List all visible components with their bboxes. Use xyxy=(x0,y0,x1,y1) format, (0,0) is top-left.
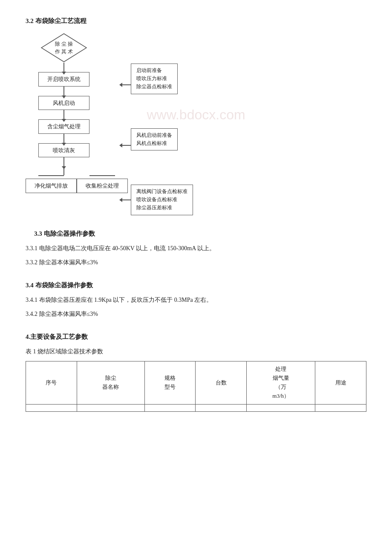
cell-seqno xyxy=(26,404,77,411)
arrow-left-2 xyxy=(119,143,122,147)
section34: 3.4 布袋除尘器操作参数 3.4.1 布袋除尘器压差应在 1.9Kpa 以下，… xyxy=(26,280,366,319)
diamond-line1: 除 尘 操 xyxy=(55,41,73,47)
flowchart-main: 除 尘 操 作 其 术 开启喷吹系统 风机启动 含尘烟气处理 xyxy=(26,33,102,193)
flowchart-node-purify: 净化烟气排放 xyxy=(26,179,77,193)
section33: 3.3 电除尘器操作参数 3.3.1 电除尘器电场二次电压应在 40-50KV … xyxy=(26,228,366,268)
section34-title: 3.4 布袋除尘器操作参数 xyxy=(26,280,366,291)
sidenote-box-2: 风机启动前准备 风机点检标准 xyxy=(131,128,178,150)
col-header-count: 台数 xyxy=(196,361,247,404)
sidenote-3: 离线阀门设备点检标准 喷吹设备点检标准 除尘器压差标准 xyxy=(119,185,193,215)
section33-title: 3.3 电除尘器操作参数 xyxy=(26,228,366,240)
sidenote-1: 启动前准备 喷吹压力标准 除尘器点检标准 xyxy=(119,64,193,106)
diamond-line2: 作 其 术 xyxy=(55,49,73,55)
arrow2 xyxy=(63,87,64,96)
table-header-row: 序号 除尘器名称 规格型号 台数 处理烟气量（万m3/h） 用途 xyxy=(26,361,366,404)
cell-purpose xyxy=(315,404,366,411)
table-row xyxy=(26,404,366,411)
arrow-left-3 xyxy=(119,198,122,202)
arrow4 xyxy=(63,134,64,143)
arrow3 xyxy=(63,110,64,119)
section34-para342: 3.4.2 除尘器本体漏风率≤3% xyxy=(26,309,366,319)
section33-para331: 3.3.1 电除尘器电场二次电压应在 40-50KV 以上，电流 150-300… xyxy=(26,243,366,254)
equipment-table: 序号 除尘器名称 规格型号 台数 处理烟气量（万m3/h） 用途 xyxy=(26,361,366,411)
cell-name xyxy=(77,404,144,411)
flowchart-node-start: 除 尘 操 作 其 术 xyxy=(40,33,87,63)
section4: 4.主要设备及工艺参数 表 1 烧结区域除尘器技术参数 序号 除尘器名称 规格型… xyxy=(26,331,366,411)
section32-title: 3.2 布袋除尘工艺流程 xyxy=(26,17,366,25)
arrow1 xyxy=(63,63,64,72)
sidenote-box-3: 离线阀门设备点检标准 喷吹设备点检标准 除尘器压差标准 xyxy=(131,185,193,215)
sidenote-box-1: 启动前准备 喷吹压力标准 除尘器点检标准 xyxy=(131,64,178,94)
arrow-left-1 xyxy=(119,83,122,87)
col-header-purpose: 用途 xyxy=(315,361,366,404)
section33-para332: 3.3.2 除尘器本体漏风率≤3% xyxy=(26,257,366,268)
cell-count xyxy=(196,404,247,411)
col-header-spec: 规格型号 xyxy=(144,361,196,404)
arrow5 xyxy=(63,157,64,167)
sidenote-2: 风机启动前准备 风机点检标准 xyxy=(119,128,193,162)
section4-title: 4.主要设备及工艺参数 xyxy=(26,331,366,343)
table-caption: 表 1 烧结区域除尘器技术参数 xyxy=(26,346,366,357)
col-header-flow: 处理烟气量（万m3/h） xyxy=(246,361,315,404)
flowchart-node-collect: 收集粉尘处理 xyxy=(77,179,128,193)
col-header-seqno: 序号 xyxy=(26,361,77,404)
col-header-name: 除尘器名称 xyxy=(77,361,144,404)
cell-spec xyxy=(144,404,196,411)
flowchart-sidenotes: 启动前准备 喷吹压力标准 除尘器点检标准 风机启动前准备 风机点检标准 xyxy=(119,33,193,215)
section34-para341: 3.4.1 布袋除尘器压差应在 1.9Kpa 以下，反吹压力不低于 0.3MPa… xyxy=(26,295,366,305)
cell-flow xyxy=(246,404,315,411)
